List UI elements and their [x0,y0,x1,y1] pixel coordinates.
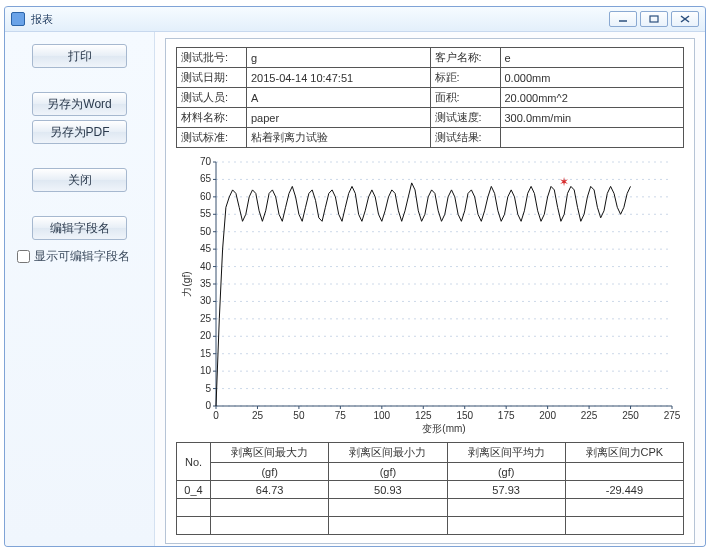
value-customer: e [500,48,684,68]
sidebar: 打印 另存为Word 另存为PDF 关闭 编辑字段名 显示可编辑字段名 [5,32,155,546]
value-batch: g [247,48,431,68]
cell-no: 0_4 [177,481,211,499]
svg-text:30: 30 [200,295,212,306]
svg-text:35: 35 [200,278,212,289]
svg-rect-1 [650,16,658,22]
window-title: 报表 [31,12,606,27]
label-standard: 测试标准: [177,128,247,148]
col4-bot [565,463,683,481]
svg-text:25: 25 [252,410,264,421]
col2-bot: (gf) [329,463,447,481]
col1-bot: (gf) [211,463,329,481]
cell-v2: 50.93 [329,481,447,499]
svg-text:75: 75 [335,410,347,421]
col2-top: 剥离区间最小力 [329,443,447,463]
titlebar[interactable]: 报表 [5,6,705,32]
value-speed: 300.0mm/min [500,108,684,128]
svg-text:变形(mm): 变形(mm) [422,423,465,434]
svg-text:5: 5 [205,383,211,394]
svg-text:275: 275 [664,410,681,421]
show-editable-field-names-checkbox[interactable] [17,250,30,263]
svg-text:70: 70 [200,156,212,167]
app-icon [11,12,25,26]
col3-bot: (gf) [447,463,565,481]
svg-text:250: 250 [622,410,639,421]
svg-text:60: 60 [200,191,212,202]
svg-text:50: 50 [200,226,212,237]
svg-text:0: 0 [213,410,219,421]
value-standard: 粘着剥离力试验 [247,128,431,148]
cell-v1: 64.73 [211,481,329,499]
close-report-button[interactable]: 关闭 [32,168,127,192]
svg-text:55: 55 [200,208,212,219]
table-row [177,499,684,517]
value-result [500,128,684,148]
col3-top: 剥离区间平均力 [447,443,565,463]
minimize-button[interactable] [609,11,637,27]
force-deformation-chart: 0510152025303540455055606570025507510012… [176,156,684,436]
svg-text:力(gf): 力(gf) [181,272,192,297]
value-area: 20.000mm^2 [500,88,684,108]
svg-text:125: 125 [415,410,432,421]
label-result: 测试结果: [430,128,500,148]
label-speed: 测试速度: [430,108,500,128]
svg-text:225: 225 [581,410,598,421]
results-table: No. 剥离区间最大力 剥离区间最小力 剥离区间平均力 剥离区间力CPK (gf… [176,442,684,535]
svg-text:150: 150 [456,410,473,421]
svg-text:65: 65 [200,173,212,184]
label-area: 面积: [430,88,500,108]
cell-v3: 57.93 [447,481,565,499]
label-batch: 测试批号: [177,48,247,68]
show-editable-field-names-label: 显示可编辑字段名 [34,248,130,265]
col4-top: 剥离区间力CPK [565,443,683,463]
label-operator: 测试人员: [177,88,247,108]
table-row [177,517,684,535]
report-window: 报表 打印 另存为Word 另存为PDF 关闭 编辑字段名 显示可编辑字段名 [4,6,706,547]
maximize-button[interactable] [640,11,668,27]
svg-text:40: 40 [200,261,212,272]
table-row: 0_4 64.73 50.93 57.93 -29.449 [177,481,684,499]
svg-text:45: 45 [200,243,212,254]
value-operator: A [247,88,431,108]
svg-text:50: 50 [293,410,305,421]
chart-area: 0510152025303540455055606570025507510012… [176,156,684,436]
svg-text:200: 200 [539,410,556,421]
svg-text:175: 175 [498,410,515,421]
svg-text:10: 10 [200,365,212,376]
value-date: 2015-04-14 10:47:51 [247,68,431,88]
print-button[interactable]: 打印 [32,44,127,68]
col1-top: 剥离区间最大力 [211,443,329,463]
svg-text:100: 100 [373,410,390,421]
label-date: 测试日期: [177,68,247,88]
close-button[interactable] [671,11,699,27]
report-page: 测试批号: g 客户名称: e 测试日期: 2015-04-14 10:47:5… [165,38,695,544]
label-customer: 客户名称: [430,48,500,68]
label-gauge: 标距: [430,68,500,88]
svg-text:✶: ✶ [559,175,569,189]
cell-v4: -29.449 [565,481,683,499]
value-material: paper [247,108,431,128]
info-table: 测试批号: g 客户名称: e 测试日期: 2015-04-14 10:47:5… [176,47,684,148]
svg-text:25: 25 [200,313,212,324]
save-word-button[interactable]: 另存为Word [32,92,127,116]
value-gauge: 0.000mm [500,68,684,88]
svg-text:15: 15 [200,348,212,359]
label-material: 材料名称: [177,108,247,128]
report-viewer[interactable]: 测试批号: g 客户名称: e 测试日期: 2015-04-14 10:47:5… [155,32,705,546]
edit-field-names-button[interactable]: 编辑字段名 [32,216,127,240]
col-no: No. [177,443,211,481]
svg-text:0: 0 [205,400,211,411]
save-pdf-button[interactable]: 另存为PDF [32,120,127,144]
svg-text:20: 20 [200,330,212,341]
